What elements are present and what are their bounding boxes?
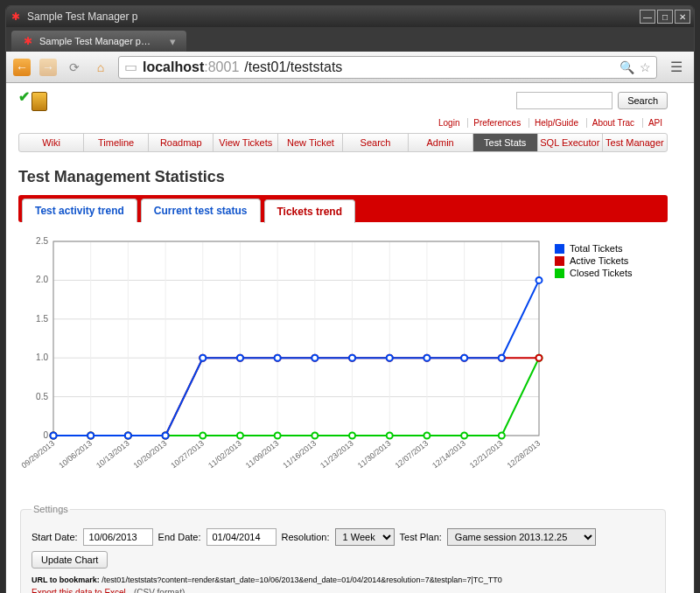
search-indicator-icon[interactable]: 🔍 <box>620 60 634 74</box>
svg-point-46 <box>237 433 243 439</box>
nav-api[interactable]: API <box>642 118 668 128</box>
tickets-trend-chart: 00.51.01.52.02.509/29/201310/06/201310/1… <box>18 234 548 462</box>
nav-admin[interactable]: Admin <box>409 134 473 151</box>
window-titlebar: ✱ Sample Test Manager p — □ ✕ <box>6 6 694 27</box>
url-host: localhost <box>143 59 204 74</box>
nav-test-manager[interactable]: Test Manager <box>603 134 667 151</box>
svg-rect-40 <box>53 241 539 436</box>
address-bar[interactable]: ▭ localhost:8001/test01/teststats 🔍 ☆ <box>118 56 657 79</box>
svg-text:12/28/2013: 12/28/2013 <box>506 439 542 471</box>
end-date-label: End Date: <box>158 532 201 542</box>
svg-point-50 <box>387 433 393 439</box>
bookmark-star-icon[interactable]: ☆ <box>640 60 651 74</box>
window-minimize-button[interactable]: — <box>640 10 655 24</box>
nav-help[interactable]: Help/Guide <box>528 118 584 128</box>
project-logo[interactable]: ✔ <box>18 92 47 111</box>
bookmark-url: /test01/teststats?content=render&start_d… <box>102 576 501 584</box>
nav-login[interactable]: Login <box>433 118 465 128</box>
svg-point-69 <box>51 433 57 439</box>
nav-view-tickets[interactable]: View Tickets <box>214 134 278 151</box>
export-format-note: (CSV format) <box>134 588 185 593</box>
svg-text:10/27/2013: 10/27/2013 <box>169 439 206 471</box>
svg-point-81 <box>499 355 505 361</box>
nav-about[interactable]: About Trac <box>586 118 640 128</box>
window-close-button[interactable]: ✕ <box>675 10 690 24</box>
svg-text:09/29/2013: 09/29/2013 <box>20 439 57 471</box>
tab-current-status[interactable]: Current test status <box>141 199 261 222</box>
search-input[interactable] <box>516 92 612 109</box>
chart-legend: Total Tickets Active Tickets Closed Tick… <box>555 243 633 462</box>
svg-point-71 <box>125 433 131 439</box>
nav-wiki[interactable]: Wiki <box>19 134 84 151</box>
svg-point-53 <box>499 433 505 439</box>
browser-tab[interactable]: ✱ Sample Test Manager p… ▾ <box>11 31 186 52</box>
browser-tab-bar: ✱ Sample Test Manager p… ▾ <box>6 27 694 52</box>
svg-text:11/23/2013: 11/23/2013 <box>318 439 355 471</box>
svg-text:0: 0 <box>43 430 48 440</box>
svg-point-45 <box>200 433 206 439</box>
window-maximize-button[interactable]: □ <box>657 10 673 24</box>
tab-tickets-trend[interactable]: Tickets trend <box>264 199 355 223</box>
nav-sql-executor[interactable]: SQL Executor <box>538 134 603 151</box>
svg-point-80 <box>461 355 467 361</box>
svg-point-78 <box>387 355 393 361</box>
svg-point-52 <box>461 433 467 439</box>
test-plan-select[interactable]: Game session 2013.12.25 <box>447 528 596 546</box>
forward-button[interactable]: → <box>39 59 57 76</box>
meta-nav: Login Preferences Help/Guide About Trac … <box>433 118 668 128</box>
nav-test-stats[interactable]: Test Stats <box>473 134 538 151</box>
svg-point-75 <box>275 355 281 361</box>
svg-point-68 <box>536 355 542 361</box>
svg-text:12/14/2013: 12/14/2013 <box>430 439 467 471</box>
browser-menu-button[interactable]: ☰ <box>666 57 687 78</box>
svg-text:1.0: 1.0 <box>36 352 48 362</box>
svg-text:11/30/2013: 11/30/2013 <box>356 439 393 471</box>
svg-text:12/21/2013: 12/21/2013 <box>468 439 505 471</box>
app-icon: ✱ <box>10 10 22 23</box>
svg-text:2.5: 2.5 <box>36 236 48 246</box>
resolution-select[interactable]: 1 Week <box>335 528 395 546</box>
legend-active: Active Tickets <box>570 255 628 266</box>
svg-text:10/20/2013: 10/20/2013 <box>132 439 169 471</box>
export-excel-link[interactable]: Export this data to Excel <box>32 588 126 593</box>
svg-point-72 <box>163 433 169 439</box>
end-date-input[interactable] <box>206 528 276 546</box>
update-chart-button[interactable]: Update Chart <box>32 551 108 569</box>
search-button[interactable]: Search <box>618 92 668 109</box>
nav-roadmap[interactable]: Roadmap <box>149 134 214 151</box>
page-identity-icon: ▭ <box>124 59 137 75</box>
nav-preferences[interactable]: Preferences <box>467 118 526 128</box>
svg-point-70 <box>88 433 94 439</box>
svg-text:11/16/2013: 11/16/2013 <box>281 439 318 471</box>
window-title: Sample Test Manager p <box>27 10 138 23</box>
nav-search[interactable]: Search <box>343 134 408 151</box>
svg-text:10/13/2013: 10/13/2013 <box>94 439 131 471</box>
svg-text:2.0: 2.0 <box>36 275 48 284</box>
logo-block <box>32 92 47 111</box>
tabset: Test activity trend Current test status … <box>18 195 668 222</box>
svg-point-77 <box>349 355 355 361</box>
svg-point-49 <box>349 433 355 439</box>
start-date-input[interactable] <box>83 528 153 546</box>
reload-button[interactable]: ⟳ <box>66 59 83 76</box>
svg-point-73 <box>200 355 206 361</box>
svg-point-47 <box>275 433 281 439</box>
tab-activity-trend[interactable]: Test activity trend <box>22 199 137 222</box>
legend-swatch-total <box>555 244 564 254</box>
svg-text:1.5: 1.5 <box>36 314 48 324</box>
chevron-down-icon[interactable]: ▾ <box>170 35 176 48</box>
svg-text:0.5: 0.5 <box>36 392 48 401</box>
svg-point-48 <box>312 433 318 439</box>
check-icon: ✔ <box>18 88 30 105</box>
nav-timeline[interactable]: Timeline <box>84 134 149 151</box>
nav-new-ticket[interactable]: New Ticket <box>278 134 343 151</box>
back-button[interactable]: ← <box>13 59 31 76</box>
svg-point-79 <box>424 355 430 361</box>
home-button[interactable]: ⌂ <box>92 59 109 76</box>
url-port: :8001 <box>204 59 239 74</box>
legend-swatch-closed <box>555 269 564 278</box>
svg-text:11/09/2013: 11/09/2013 <box>244 439 281 471</box>
settings-panel: Settings Start Date: End Date: Resolutio… <box>20 504 666 593</box>
svg-text:12/07/2013: 12/07/2013 <box>394 439 430 471</box>
page-title: Test Management Statistics <box>18 168 668 186</box>
